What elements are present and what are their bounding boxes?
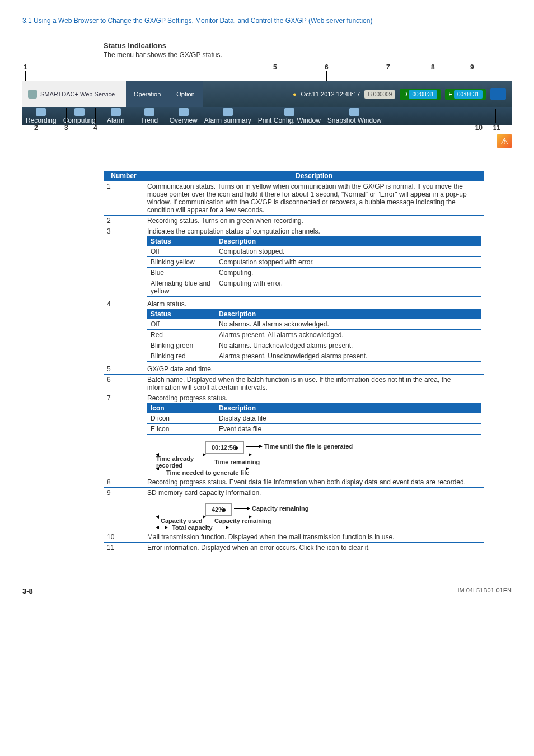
btn-alarm-summary[interactable]: Alarm summary bbox=[201, 107, 255, 125]
row-desc: Mail transmission function. Displayed wh… bbox=[144, 532, 484, 543]
inner-cell: No alarms. All alarms acknowledged. bbox=[216, 319, 481, 330]
row-desc: Alarm status. Status Description OffNo a… bbox=[144, 299, 484, 364]
inner-cell: Computing. bbox=[216, 268, 481, 278]
row-num: 10 bbox=[104, 532, 144, 543]
col-number: Number bbox=[104, 171, 144, 181]
inner-col-desc: Description bbox=[216, 403, 481, 413]
progress-d: D 00:08:31 bbox=[400, 89, 441, 100]
callout-7: 7 bbox=[386, 63, 390, 71]
row-desc: Indicates the computation status of comp… bbox=[144, 226, 484, 300]
row-desc: Communication status. Turns on in yellow… bbox=[144, 181, 484, 216]
inner-col-status: Status bbox=[147, 236, 216, 246]
alarm-status-table: Status Description OffNo alarms. All ala… bbox=[147, 309, 481, 362]
progress-e: E 00:08:31 bbox=[445, 89, 486, 100]
btn-recording[interactable]: Recording bbox=[22, 107, 60, 125]
row-desc: GX/GP date and time. bbox=[144, 364, 484, 375]
status-subtext: The menu bar shows the GX/GP status. bbox=[104, 51, 512, 59]
inner-cell: Alarms present. Unacknowledged alarms pr… bbox=[216, 351, 481, 362]
status-heading: Status Indications bbox=[104, 41, 512, 50]
callout-2: 2 bbox=[34, 124, 38, 132]
inner-col-status: Status bbox=[147, 309, 216, 319]
inner-cell: Blinking green bbox=[147, 340, 216, 351]
btn-overview[interactable]: Overview bbox=[166, 107, 201, 125]
callout-4: 4 bbox=[93, 124, 97, 132]
menu-option[interactable]: Option bbox=[168, 88, 202, 100]
diagram-label: Capacity remaining bbox=[214, 517, 271, 524]
batch-badge: B 000009 bbox=[364, 90, 395, 99]
diagram-label: Total capacity bbox=[170, 524, 215, 531]
clock: Oct.11.2012 12:48:17 bbox=[301, 91, 360, 97]
diagram-label: Time until the file is generated bbox=[264, 443, 353, 450]
callout-5: 5 bbox=[273, 63, 277, 71]
inner-cell: Computing with error. bbox=[216, 278, 481, 297]
callout-3: 3 bbox=[64, 124, 68, 132]
row-num: 8 bbox=[104, 477, 144, 488]
inner-cell: Alarms present. All alarms acknowledged. bbox=[216, 330, 481, 340]
inner-col-icon: Icon bbox=[147, 403, 216, 413]
row-desc: Recording progress status. Icon Descript… bbox=[144, 393, 484, 478]
btn-trend[interactable]: Trend bbox=[133, 107, 166, 125]
inner-cell: No alarms. Unacknowledged alarms present… bbox=[216, 340, 481, 351]
inner-col-desc: Description bbox=[216, 309, 481, 319]
row-num: 5 bbox=[104, 364, 144, 375]
callout-11: 11 bbox=[493, 124, 500, 132]
btn-snapshot[interactable]: Snapshot Window bbox=[324, 107, 385, 125]
inner-cell: Blue bbox=[147, 268, 216, 278]
inner-col-desc: Description bbox=[216, 236, 481, 246]
error-icon[interactable]: ⚠ bbox=[497, 134, 512, 148]
brand-text: SMARTDAC+ Web Service bbox=[40, 91, 115, 97]
row-desc: Recording progress status. Event data fi… bbox=[144, 477, 484, 488]
callout-10: 10 bbox=[475, 124, 483, 132]
inner-cell: Blinking red bbox=[147, 351, 216, 362]
inner-cell: Display data file bbox=[216, 413, 481, 424]
inner-cell: Red bbox=[147, 330, 216, 340]
btn-alarm[interactable]: Alarm bbox=[99, 107, 133, 125]
callout-9: 9 bbox=[470, 63, 474, 71]
row-desc: Error information. Displayed when an err… bbox=[144, 543, 484, 553]
row-desc: Batch name. Displayed when the batch fun… bbox=[144, 375, 484, 393]
section-link[interactable]: 3.1 Using a Web Browser to Change the GX… bbox=[22, 17, 512, 25]
row-num: 7 bbox=[104, 393, 144, 478]
inner-cell: Computation stopped with error. bbox=[216, 257, 481, 268]
comm-status-dot: ● bbox=[293, 91, 297, 97]
icon-table: Icon Description D iconDisplay data file… bbox=[147, 403, 481, 435]
row-num: 3 bbox=[104, 226, 144, 300]
toolbar-diagram: 1 5 6 7 8 9 SMARTDAC+ Web Service Operat… bbox=[22, 63, 512, 130]
row-desc: SD memory card capacity information. 42%… bbox=[144, 488, 484, 533]
brand-area: SMARTDAC+ Web Service bbox=[22, 81, 126, 107]
description-table: Number Description 1 Communication statu… bbox=[104, 171, 484, 553]
inner-cell: Blinking yellow bbox=[147, 257, 216, 268]
computation-status-table: Status Description OffComputation stoppe… bbox=[147, 236, 481, 297]
toolbar-buttons: Recording Computing Alarm Trend Overview… bbox=[22, 107, 512, 125]
row-num: 4 bbox=[104, 299, 144, 364]
col-description: Description bbox=[144, 171, 484, 181]
inner-cell: Off bbox=[147, 246, 216, 257]
app-icon bbox=[28, 90, 37, 99]
row-num: 6 bbox=[104, 375, 144, 393]
inner-cell: Computation stopped. bbox=[216, 246, 481, 257]
menu-bar: SMARTDAC+ Web Service Operation Option ●… bbox=[22, 81, 512, 107]
btn-print-config[interactable]: Print Config. Window bbox=[255, 107, 324, 125]
callout-1: 1 bbox=[24, 63, 27, 71]
row-num: 2 bbox=[104, 216, 144, 226]
inner-cell: D icon bbox=[147, 413, 216, 424]
capacity-diagram: 42% Capacity remaining Capacity used Cap… bbox=[147, 500, 481, 531]
inner-cell: Alternating blue and yellow bbox=[147, 278, 216, 297]
doc-id: IM 04L51B01-01EN bbox=[457, 587, 512, 595]
diagram-label: Time needed to generate file bbox=[166, 469, 249, 476]
inner-cell: E icon bbox=[147, 424, 216, 435]
callout-8: 8 bbox=[431, 63, 435, 71]
row-num: 11 bbox=[104, 543, 144, 553]
inner-cell: Off bbox=[147, 319, 216, 330]
diagram-label: Time already recorded bbox=[156, 455, 212, 469]
diagram-label: Capacity remaining bbox=[252, 505, 308, 512]
row-num: 1 bbox=[104, 181, 144, 216]
inner-cell: Event data file bbox=[216, 424, 481, 435]
page-number: 3-8 bbox=[22, 587, 33, 595]
diagram-label: Time remaining bbox=[214, 459, 260, 465]
row-desc: Recording status. Turns on in green when… bbox=[144, 216, 484, 226]
callout-6: 6 bbox=[325, 63, 329, 71]
row-num: 9 bbox=[104, 488, 144, 533]
sd-indicator bbox=[490, 88, 506, 100]
menu-operation[interactable]: Operation bbox=[126, 88, 168, 100]
